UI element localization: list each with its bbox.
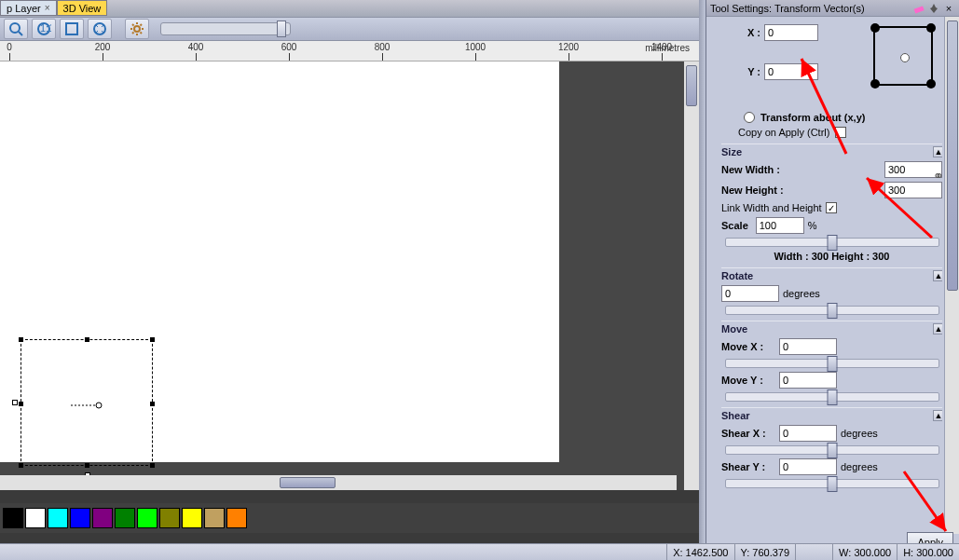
scale-input[interactable] xyxy=(756,217,804,234)
panel-splitter[interactable] xyxy=(699,0,706,560)
svg-rect-4 xyxy=(66,23,77,34)
link-icon[interactable]: ⚭ xyxy=(933,169,942,184)
color-swatch[interactable] xyxy=(3,508,23,528)
collapse-up-icon[interactable]: ▲ xyxy=(933,146,942,157)
move-y-input[interactable] xyxy=(779,372,837,389)
move-y-slider[interactable] xyxy=(725,392,939,402)
svg-point-20 xyxy=(96,403,102,408)
edge-handle-w[interactable] xyxy=(12,400,18,405)
y-input[interactable] xyxy=(764,63,818,80)
handle-se[interactable] xyxy=(150,463,155,468)
eraser-icon[interactable] xyxy=(912,2,925,15)
color-swatch[interactable] xyxy=(70,508,90,528)
handle-ne[interactable] xyxy=(150,337,155,342)
scale-label: Scale xyxy=(721,220,748,231)
handle-w[interactable] xyxy=(19,402,23,406)
section-move: ▲ Move Move X : Move Y : xyxy=(721,321,942,402)
handle-sw[interactable] xyxy=(19,463,23,468)
svg-point-0 xyxy=(10,23,20,33)
slider-thumb[interactable] xyxy=(277,20,286,37)
anchor-nw[interactable] xyxy=(870,23,880,33)
scroll-thumb[interactable] xyxy=(947,20,958,291)
panel-vertical-scrollbar[interactable] xyxy=(944,17,959,534)
selection-rectangle[interactable] xyxy=(21,339,153,466)
new-height-input[interactable] xyxy=(884,182,942,198)
scroll-thumb[interactable] xyxy=(280,477,336,488)
ruler-tick-label: 200 xyxy=(95,42,111,52)
tab-3d-view[interactable]: 3D View xyxy=(57,0,108,16)
shear-title: Shear xyxy=(721,410,942,421)
collapse-up-icon[interactable]: ▲ xyxy=(933,410,942,421)
color-swatch[interactable] xyxy=(204,508,225,528)
close-icon[interactable]: × xyxy=(942,2,955,15)
move-x-slider[interactable] xyxy=(725,359,939,368)
origin-anchor-widget[interactable] xyxy=(873,26,933,86)
handle-e[interactable] xyxy=(150,402,155,406)
color-swatch[interactable] xyxy=(159,508,180,528)
color-swatch[interactable] xyxy=(48,508,68,528)
rotate-input[interactable] xyxy=(721,285,779,302)
canvas-viewport[interactable] xyxy=(0,61,699,490)
settings-gear-button[interactable] xyxy=(125,19,149,39)
tab-layer[interactable]: p Layer × xyxy=(0,0,57,16)
rotate-slider[interactable] xyxy=(725,306,939,315)
anchor-ne[interactable] xyxy=(926,23,936,33)
ruler-tick-label: 600 xyxy=(281,42,297,52)
x-label: X : xyxy=(721,27,764,38)
move-x-input[interactable] xyxy=(779,338,837,355)
close-icon[interactable]: × xyxy=(45,3,50,13)
color-swatch[interactable] xyxy=(25,508,46,528)
panel-title: Tool Settings: Transform Vector(s) xyxy=(710,3,865,14)
slider-thumb[interactable] xyxy=(828,235,838,251)
ruler-tick-label: 800 xyxy=(375,42,390,52)
tool-settings-panel: Tool Settings: Transform Vector(s) × X :… xyxy=(706,0,959,560)
scale-slider[interactable] xyxy=(725,238,939,247)
slider-thumb[interactable] xyxy=(828,303,838,319)
copy-on-apply-checkbox[interactable] xyxy=(835,127,846,138)
zoom-extents-button[interactable] xyxy=(88,19,112,39)
handle-n[interactable] xyxy=(85,337,89,342)
collapse-up-icon[interactable]: ▲ xyxy=(933,270,942,281)
shear-x-slider[interactable] xyxy=(725,445,939,455)
copy-on-apply-label: Copy on Apply (Ctrl) xyxy=(738,127,829,138)
shear-y-unit: degrees xyxy=(841,461,878,472)
anchor-sw[interactable] xyxy=(870,79,880,89)
pin-icon[interactable] xyxy=(927,2,940,15)
shear-y-input[interactable] xyxy=(779,458,837,475)
x-input[interactable] xyxy=(764,24,818,41)
horizontal-scrollbar[interactable] xyxy=(0,475,677,490)
scroll-thumb[interactable] xyxy=(686,65,697,106)
zoom-in-button[interactable] xyxy=(4,19,28,39)
anchor-se[interactable] xyxy=(926,79,936,89)
slider-thumb[interactable] xyxy=(828,389,838,405)
zoom-slider[interactable] xyxy=(160,22,291,35)
svg-point-10 xyxy=(134,26,140,32)
slider-thumb[interactable] xyxy=(828,476,838,492)
ruler-tick xyxy=(662,53,663,61)
color-swatch[interactable] xyxy=(115,508,135,528)
collapse-up-icon[interactable]: ▲ xyxy=(933,323,942,335)
color-swatch[interactable] xyxy=(92,508,113,528)
link-wh-checkbox[interactable] xyxy=(826,202,837,213)
xy-block: X : Y : xyxy=(721,24,942,108)
shear-y-slider[interactable] xyxy=(725,479,939,488)
handle-s[interactable] xyxy=(85,463,89,468)
zoom-fit-button[interactable] xyxy=(60,19,84,39)
svg-line-1 xyxy=(19,32,22,35)
color-swatch[interactable] xyxy=(226,508,247,528)
anchor-center[interactable] xyxy=(900,53,910,62)
shear-x-input[interactable] xyxy=(779,425,837,442)
zoom-1-1-button[interactable]: 1:1 xyxy=(32,19,56,39)
svg-text:1:1: 1:1 xyxy=(40,22,51,34)
vertical-scrollbar[interactable] xyxy=(684,61,699,490)
transform-about-row[interactable]: Transform about (x,y) xyxy=(744,112,942,123)
color-swatch[interactable] xyxy=(182,508,202,528)
radio-icon[interactable] xyxy=(744,112,755,123)
color-swatch[interactable] xyxy=(137,508,158,528)
slider-thumb[interactable] xyxy=(828,443,838,458)
new-width-label: New Width : xyxy=(721,164,803,175)
slider-thumb[interactable] xyxy=(828,356,838,372)
ruler-tick xyxy=(103,53,103,61)
selection-center-icon[interactable] xyxy=(71,400,104,407)
handle-nw[interactable] xyxy=(19,337,23,342)
